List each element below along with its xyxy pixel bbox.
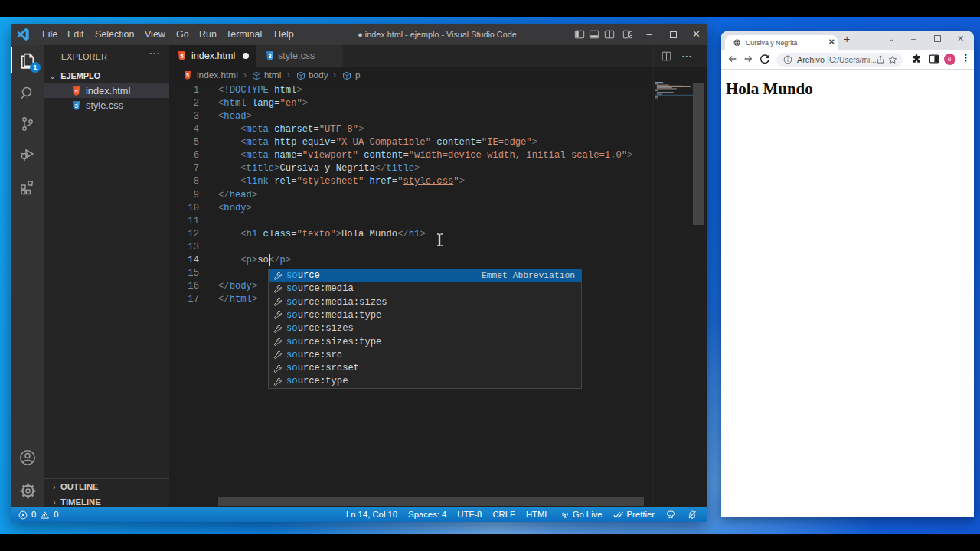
svg-text:3: 3: [268, 53, 272, 60]
svg-text:5: 5: [74, 87, 78, 94]
svg-text:5: 5: [186, 73, 189, 79]
svg-text:3: 3: [74, 103, 78, 109]
svg-text:5: 5: [180, 53, 184, 60]
